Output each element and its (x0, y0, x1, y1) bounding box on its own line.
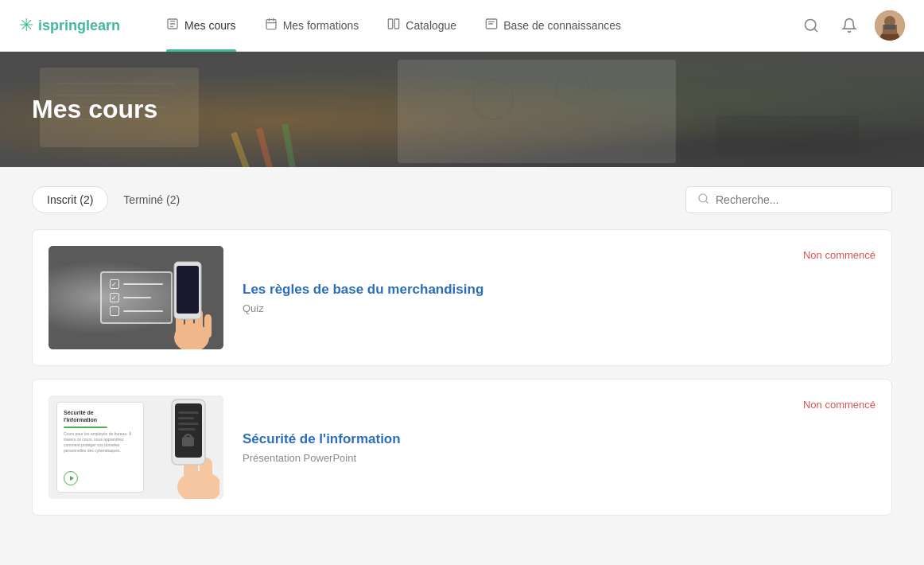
search-input[interactable] (716, 193, 880, 206)
filter-inscrit[interactable]: Inscrit (2) (32, 186, 108, 213)
logo-brand: ispring (38, 18, 86, 33)
course-status-security: Non commencé (803, 396, 875, 411)
course-thumbnail-merchandising (49, 246, 223, 349)
filter-termine[interactable]: Terminé (2) (108, 186, 195, 213)
navbar-actions (798, 10, 905, 41)
course-title-merchandising[interactable]: Les règles de base du merchandising (243, 282, 784, 298)
svg-rect-19 (398, 60, 676, 163)
nav-mes-cours-label: Mes cours (184, 19, 236, 32)
search-button[interactable] (798, 13, 824, 38)
nav-base-connaissances-label: Base de connaissances (503, 19, 621, 32)
svg-rect-17 (256, 127, 276, 167)
filter-tabs: Inscrit (2) Terminé (2) (32, 186, 195, 213)
svg-rect-2 (389, 19, 393, 29)
svg-rect-16 (231, 131, 253, 167)
navbar-nav: Mes cours Mes formations Catalogue Base … (152, 0, 798, 52)
logo[interactable]: ✳ ispringlearn (19, 15, 120, 36)
svg-rect-36 (178, 411, 199, 414)
svg-rect-30 (177, 266, 199, 314)
course-thumbnail-security: Sécurité del'information Cours pour les … (49, 396, 223, 499)
svg-rect-22 (716, 115, 859, 155)
hero-banner: Mes cours (0, 52, 924, 167)
svg-rect-18 (281, 123, 297, 167)
svg-rect-10 (884, 25, 895, 29)
logo-product: learn (86, 18, 120, 33)
course-card-merchandising[interactable]: Les règles de base du merchandising Quiz… (32, 229, 892, 366)
navbar: ✳ ispringlearn Mes cours Mes formations … (0, 0, 924, 52)
search-icon (697, 193, 709, 207)
nav-catalogue-label: Catalogue (406, 19, 456, 32)
svg-rect-1 (266, 20, 276, 29)
nav-mes-cours[interactable]: Mes cours (152, 0, 250, 52)
main-content: Inscrit (2) Terminé (2) (0, 167, 924, 547)
course-type-merchandising: Quiz (243, 302, 784, 314)
nav-mes-formations-label: Mes formations (283, 19, 359, 32)
knowledge-icon (485, 18, 498, 33)
logo-text: ispringlearn (38, 18, 120, 34)
course-title-security[interactable]: Sécurité de l'information (243, 431, 784, 447)
svg-rect-37 (178, 417, 194, 419)
user-avatar[interactable] (875, 10, 905, 41)
nav-catalogue[interactable]: Catalogue (373, 0, 471, 52)
security-doc: Sécurité del'information Cours pour les … (56, 402, 144, 493)
notification-button[interactable] (837, 13, 862, 38)
course-type-security: Présentation PowerPoint (243, 452, 784, 464)
course-info-merchandising: Les règles de base du merchandising Quiz (243, 282, 784, 314)
course-status-merchandising: Non commencé (803, 246, 875, 261)
svg-rect-3 (395, 19, 399, 29)
svg-rect-39 (178, 428, 196, 431)
calendar-icon (265, 18, 278, 33)
course-card-security[interactable]: Sécurité del'information Cours pour les … (32, 379, 892, 516)
book-icon (166, 18, 179, 33)
catalogue-icon (387, 18, 400, 33)
svg-rect-28 (204, 314, 212, 338)
page-title: Mes cours (32, 95, 157, 124)
nav-mes-formations[interactable]: Mes formations (250, 0, 374, 52)
svg-point-31 (177, 471, 219, 499)
svg-rect-38 (178, 423, 199, 425)
filters-row: Inscrit (2) Terminé (2) (32, 186, 892, 213)
course-info-security: Sécurité de l'information Présentation P… (243, 431, 784, 464)
search-box (685, 186, 892, 213)
logo-icon: ✳ (19, 15, 33, 36)
nav-base-connaissances[interactable]: Base de connaissances (471, 0, 635, 52)
svg-rect-40 (182, 437, 194, 446)
